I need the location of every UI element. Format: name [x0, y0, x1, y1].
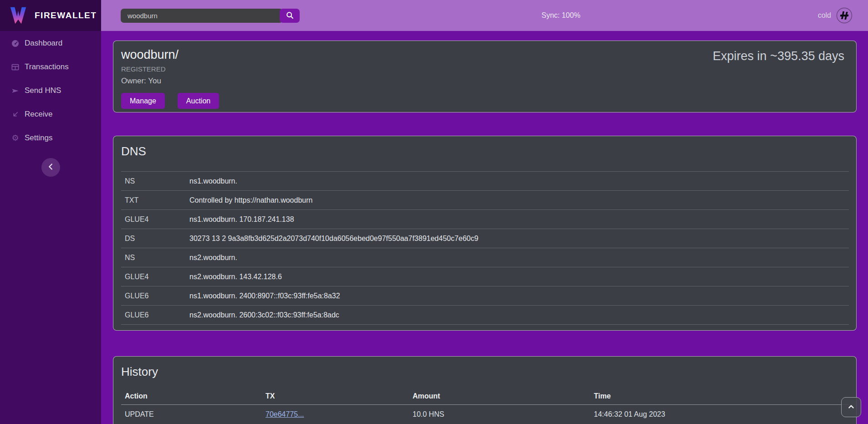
domain-owner: Owner: You — [121, 77, 219, 86]
sidebar: FIREWALLET DashboardTransactionsSend HNS… — [0, 0, 101, 424]
receive-icon — [11, 110, 20, 119]
history-time: 14:46:32 01 Aug 2023 — [590, 404, 849, 424]
dns-record-row: GLUE4ns2.woodburn. 143.42.128.6 — [121, 267, 849, 286]
dns-record-row: TXTControlled by https://nathan.woodburn — [121, 191, 849, 210]
sidebar-item-label: Transactions — [25, 62, 69, 72]
dns-record-type: GLUE6 — [121, 306, 186, 325]
sidebar-item-settings[interactable]: ⚙Settings — [0, 131, 101, 145]
brand-name: FIREWALLET — [35, 10, 97, 20]
history-tx-cell: 70e64775... — [262, 404, 409, 424]
dns-record-value: ns2.woodburn. 143.42.128.6 — [186, 267, 849, 286]
dns-table: NSns1.woodburn.TXTControlled by https://… — [121, 171, 849, 325]
dns-record-type: GLUE4 — [121, 267, 186, 286]
table-icon — [11, 63, 20, 72]
dns-record-row: GLUE4ns1.woodburn. 170.187.241.138 — [121, 210, 849, 229]
manage-button[interactable]: Manage — [121, 93, 165, 109]
history-action: UPDATE — [121, 404, 262, 424]
dns-title: DNS — [121, 144, 848, 158]
send-icon — [11, 87, 20, 95]
dns-record-value: ns2.woodburn. 2600:3c02::f03c:93ff:fe5a:… — [186, 306, 849, 325]
dns-record-value: 30273 13 2 9a3a8fb3d625d2a2073d740f10da6… — [186, 229, 849, 248]
dns-record-type: NS — [121, 172, 186, 191]
auction-button[interactable]: Auction — [178, 93, 219, 109]
search-button[interactable] — [280, 9, 300, 23]
sidebar-collapse-button[interactable] — [41, 158, 60, 177]
scroll-to-top-button[interactable] — [841, 397, 861, 417]
dns-record-value: ns1.woodburn. — [186, 172, 849, 191]
search-icon — [285, 10, 295, 21]
wallet-selector[interactable]: cold — [818, 0, 853, 31]
dns-record-type: TXT — [121, 191, 186, 210]
history-amount: 10.0 HNS — [409, 404, 590, 424]
dns-record-type: GLUE4 — [121, 210, 186, 229]
sidebar-item-send-hns[interactable]: Send HNS — [0, 84, 101, 97]
gauge-icon — [11, 39, 20, 48]
domain-status: REGISTERED — [121, 65, 219, 73]
firewallet-logo-icon — [8, 5, 29, 26]
dns-record-type: GLUE6 — [121, 286, 186, 306]
dns-record-row: GLUE6ns2.woodburn. 2600:3c02::f03c:93ff:… — [121, 306, 849, 325]
history-table: ActionTXAmountTime UPDATE70e64775...10.0… — [121, 388, 849, 424]
sidebar-item-label: Send HNS — [25, 86, 61, 95]
history-card: History ActionTXAmountTime UPDATE70e6477… — [113, 356, 857, 424]
dns-record-value: ns1.woodburn. 2400:8907::f03c:93ff:fe5a:… — [186, 286, 849, 306]
domain-expires: Expires in ~395.35 days — [713, 49, 844, 109]
dns-record-row: GLUE6ns1.woodburn. 2400:8907::f03c:93ff:… — [121, 286, 849, 306]
tx-link[interactable]: 70e64775... — [266, 410, 304, 418]
sidebar-item-label: Dashboard — [25, 39, 62, 48]
domain-name: woodburn/ — [121, 48, 219, 62]
history-column-header: Action — [121, 388, 262, 404]
dns-card: DNS NSns1.woodburn.TXTControlled by http… — [113, 136, 857, 331]
history-row: UPDATE70e64775...10.0 HNS14:46:32 01 Aug… — [121, 404, 849, 424]
sidebar-item-dashboard[interactable]: Dashboard — [0, 36, 101, 50]
sidebar-item-receive[interactable]: Receive — [0, 107, 101, 121]
dns-record-row: DS30273 13 2 9a3a8fb3d625d2a2073d740f10d… — [121, 229, 849, 248]
wallet-name: cold — [818, 11, 831, 20]
dns-record-type: DS — [121, 229, 186, 248]
history-column-header: Time — [590, 388, 849, 404]
history-column-header: TX — [262, 388, 409, 404]
sidebar-nav: DashboardTransactionsSend HNSReceive⚙Set… — [0, 31, 101, 145]
app-logo[interactable]: FIREWALLET — [0, 0, 101, 31]
dns-record-value: ns2.woodburn. — [186, 248, 849, 267]
search-group — [121, 9, 300, 23]
history-title: History — [121, 365, 848, 379]
search-input[interactable] — [121, 9, 283, 23]
sidebar-item-label: Receive — [25, 110, 52, 119]
history-column-header: Amount — [409, 388, 590, 404]
dns-record-type: NS — [121, 248, 186, 267]
sidebar-item-transactions[interactable]: Transactions — [0, 60, 101, 74]
domain-card: woodburn/ REGISTERED Owner: You Manage A… — [113, 41, 857, 112]
chevron-left-icon — [46, 162, 56, 173]
dns-record-row: NSns2.woodburn. — [121, 248, 849, 267]
dns-record-row: NSns1.woodburn. — [121, 172, 849, 191]
topbar: Sync: 100% cold — [101, 0, 868, 31]
dns-record-value: Controlled by https://nathan.woodburn — [186, 191, 849, 210]
chevron-up-icon — [846, 402, 856, 413]
sync-status: Sync: 100% — [541, 0, 580, 31]
gear-icon: ⚙ — [11, 134, 20, 143]
handshake-logo-icon — [836, 7, 853, 24]
sidebar-item-label: Settings — [25, 133, 52, 143]
dns-record-value: ns1.woodburn. 170.187.241.138 — [186, 210, 849, 229]
